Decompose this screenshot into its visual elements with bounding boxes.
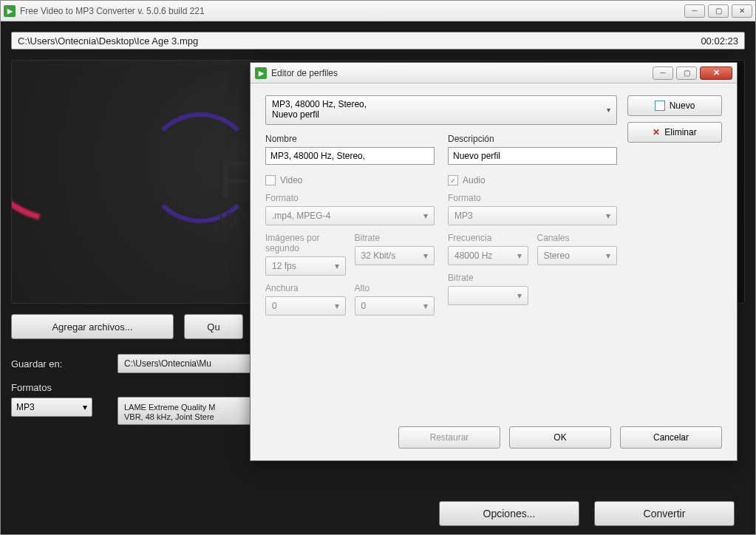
video-format-select[interactable]: .mp4, MPEG-4▾ [265,206,435,225]
chevron-down-icon: ▾ [423,301,428,311]
app-icon: ▶ [255,67,267,79]
chevron-down-icon: ▾ [517,290,522,301]
channels-select[interactable]: Stereo▾ [537,246,618,265]
name-input[interactable] [265,147,435,165]
height-label: Alto [355,283,435,293]
ok-button[interactable]: OK [509,426,611,449]
video-title: Video [280,175,302,185]
app-icon: ▶ [4,5,16,17]
width-select[interactable]: 0▾ [265,296,346,316]
dialog-minimize-button[interactable]: ─ [653,67,673,80]
convert-button[interactable]: Convertir [594,501,735,526]
video-checkbox[interactable] [265,175,276,185]
formats-label: Formatos [11,382,107,393]
audio-format-label: Formato [448,193,617,203]
chevron-down-icon: ▾ [606,211,610,221]
add-files-button[interactable]: Agregar archivos... [11,314,174,339]
options-button[interactable]: Opciones... [439,501,579,526]
channels-label: Canales [537,233,618,243]
main-title: Free Video to MP3 Converter v. 5.0.6 bui… [20,6,684,16]
maximize-button[interactable]: ▢ [708,4,729,18]
audio-bitrate-label: Bitrate [448,273,528,283]
chevron-down-icon: ▾ [83,402,87,412]
restore-button[interactable]: Restaurar [398,426,500,449]
document-icon [655,100,665,111]
chevron-down-icon: ▾ [607,106,610,115]
width-label: Anchura [265,283,346,293]
remove-button[interactable]: Qu [184,314,243,339]
dialog-maximize-button[interactable]: ▢ [676,67,697,80]
profile-editor-dialog: ▶ Editor de perfiles ─ ▢ ✕ MP3, 48000 Hz… [250,62,738,461]
close-button[interactable]: ✕ [732,4,752,18]
description-input[interactable] [448,147,617,165]
profile-line1: LAME Extreme Quality M [124,403,215,412]
file-bar: C:\Users\Ontecnia\Desktop\Ice Age 3.mpg … [11,32,745,50]
format-value: MP3 [16,402,35,412]
description-label: Descripción [448,134,617,144]
chevron-down-icon: ▾ [606,251,610,261]
chevron-down-icon: ▾ [423,251,428,261]
audio-title: Audio [463,175,486,185]
profile-line2: VBR, 48 kHz, Joint Stere [124,412,214,422]
fps-select[interactable]: 12 fps▾ [265,256,346,276]
height-select[interactable]: 0▾ [355,296,435,316]
dialog-titlebar: ▶ Editor de perfiles ─ ▢ ✕ [251,63,737,84]
bottom-bar: Opciones... Convertir [1,493,755,534]
new-profile-button[interactable]: Nuevo [627,95,722,116]
frequency-select[interactable]: 48000 Hz▾ [448,246,528,265]
format-select[interactable]: MP3 ▾ [11,398,92,417]
delete-icon: ✕ [653,127,660,137]
main-titlebar: ▶ Free Video to MP3 Converter v. 5.0.6 b… [1,1,755,21]
combo-line2: Nuevo perfil [272,110,367,120]
dialog-title: Editor de perfiles [271,68,653,78]
name-label: Nombre [265,134,435,144]
delete-profile-button[interactable]: ✕ Eliminar [627,122,722,143]
video-format-label: Formato [265,193,435,203]
file-path: C:\Users\Ontecnia\Desktop\Ice Age 3.mpg [18,35,701,47]
dialog-close-button[interactable]: ✕ [700,67,732,80]
video-bitrate-label: Bitrate [355,233,435,243]
audio-bitrate-select[interactable]: ▾ [448,286,528,305]
audio-section: ✓ Audio Formato MP3▾ Frecuencia 48000 Hz… [448,175,617,316]
audio-format-select[interactable]: MP3▾ [448,206,617,225]
video-section: Video Formato .mp4, MPEG-4▾ Imágenes por… [265,175,435,316]
chevron-down-icon: ▾ [517,251,522,261]
file-duration: 00:02:23 [701,35,738,47]
save-in-label: Guardar en: [11,358,107,369]
frequency-label: Frecuencia [448,233,528,243]
chevron-down-icon: ▾ [423,211,428,221]
cancel-button[interactable]: Cancelar [620,426,722,449]
video-bitrate-select[interactable]: 32 Kbit/s▾ [355,246,435,265]
fps-label: Imágenes por segundo [265,233,346,253]
minimize-button[interactable]: ─ [684,4,705,18]
audio-checkbox[interactable]: ✓ [448,175,458,185]
chevron-down-icon: ▾ [335,261,339,271]
profile-combo[interactable]: MP3, 48000 Hz, Stereo, Nuevo perfil ▾ [265,95,617,125]
combo-line1: MP3, 48000 Hz, Stereo, [272,100,367,110]
chevron-down-icon: ▾ [335,301,339,311]
